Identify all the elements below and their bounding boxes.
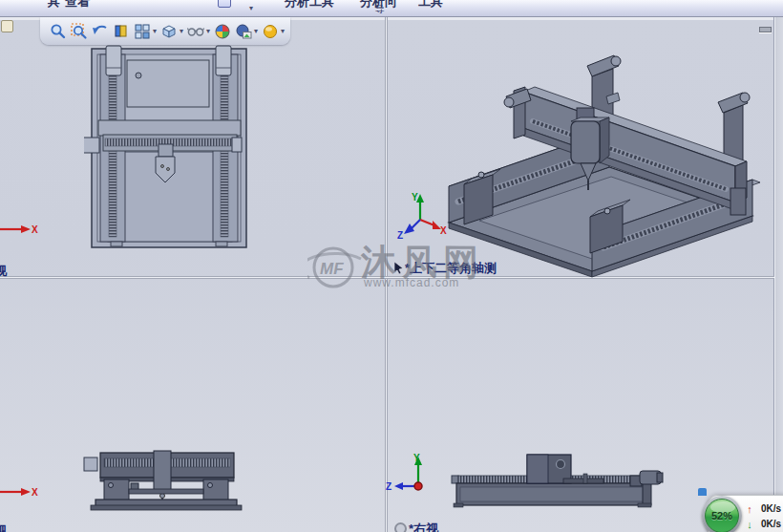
svg-text:MF: MF [320, 260, 344, 278]
triad-top-left: X [0, 219, 44, 240]
isometric-machine-drawing [449, 55, 760, 277]
menu-fragment[interactable]: 查看 [65, 0, 90, 11]
zoom-to-fit-icon[interactable] [50, 23, 67, 40]
display-style-icon[interactable] [160, 23, 178, 40]
front-view-machine-drawing [84, 46, 246, 247]
menu-fragment-wizard-2nd-line[interactable]: 导 [375, 3, 385, 16]
side-elevation-machine-drawing [452, 455, 663, 507]
svg-text:Y: Y [413, 453, 420, 463]
triad-bottom-right: Y Z [384, 450, 434, 507]
svg-text:Y: Y [412, 192, 418, 202]
heads-up-toolbar: ▾ ▾ ▾ [40, 17, 290, 45]
view-label-right-view: *右视 [409, 521, 438, 532]
viewport-isometric-view[interactable] [439, 47, 764, 278]
svg-text:X: X [440, 225, 447, 236]
viewport-right-view[interactable] [449, 448, 688, 515]
net-widget-accent [698, 488, 707, 496]
solidworks-window: 具 查看 ▾ 分析工具 分析向 导 工具 [0, 0, 783, 532]
view-settings-dropdown-icon[interactable]: ▾ [281, 27, 285, 35]
menu-bar: 具 查看 ▾ 分析工具 分析向 导 工具 [0, 0, 783, 17]
gauge-face: 52% [705, 499, 739, 532]
view-orientation-icon[interactable] [134, 23, 151, 40]
view-orientation-mini-icon [394, 522, 407, 532]
feature-panel-tab[interactable] [1, 20, 13, 32]
hide-show-dropdown-icon[interactable]: ▾ [206, 27, 210, 35]
viewport-front-view[interactable] [84, 44, 251, 249]
triad-bottom-left: X [0, 481, 44, 502]
watermark-url: www.mfcad.com [364, 276, 459, 289]
upload-row: ↑ 0K/s [745, 502, 781, 515]
front-elevation-machine-drawing [84, 451, 242, 510]
zoom-to-area-icon[interactable] [71, 23, 88, 40]
task-pane-collapsed[interactable] [773, 17, 783, 532]
download-speed: 0K/s [754, 519, 781, 529]
watermark-logo: MF [307, 242, 363, 293]
svg-text:X: X [32, 224, 38, 235]
document-window-icon[interactable] [218, 0, 231, 8]
triad-top-right: Y X Z [396, 190, 450, 245]
view-label-top-left-clipped: 视 [0, 263, 7, 280]
svg-text:X: X [32, 487, 38, 498]
menu-fragment-analysis-tools[interactable]: 分析工具 [285, 0, 334, 11]
net-usage-gauge[interactable]: 52% [702, 496, 742, 532]
upload-speed: 0K/s [754, 503, 781, 514]
view-orientation-dropdown-icon[interactable]: ▾ [153, 27, 157, 35]
minimize-icon[interactable] [759, 27, 772, 32]
download-arrow-icon: ↓ [745, 519, 754, 530]
previous-view-icon[interactable] [92, 23, 109, 40]
gauge-percent: 52% [711, 510, 732, 521]
edit-appearance-icon[interactable] [214, 23, 231, 40]
section-view-icon[interactable] [113, 23, 130, 40]
apply-scene-dropdown-icon[interactable]: ▾ [254, 27, 258, 35]
net-speed-rows: ↑ 0K/s ↓ 0K/s [745, 502, 781, 530]
apply-scene-icon[interactable] [235, 23, 252, 40]
hide-show-items-icon[interactable] [187, 23, 204, 40]
svg-text:Z: Z [386, 481, 392, 492]
menu-fragment[interactable]: 具 [48, 0, 60, 11]
display-style-dropdown-icon[interactable]: ▾ [180, 27, 183, 35]
view-label-bottom-left-clipped: 视 [0, 522, 7, 532]
menu-dropdown-arrow-icon[interactable]: ▾ [249, 4, 253, 12]
graphics-area[interactable]: ▾ ▾ ▾ [0, 17, 783, 532]
upload-arrow-icon: ↑ [745, 503, 754, 515]
download-row: ↓ 0K/s [745, 518, 781, 530]
view-settings-icon[interactable] [262, 23, 279, 40]
menu-fragment-tools[interactable]: 工具 [418, 0, 443, 11]
viewport-bottom-front-view[interactable] [81, 445, 248, 514]
